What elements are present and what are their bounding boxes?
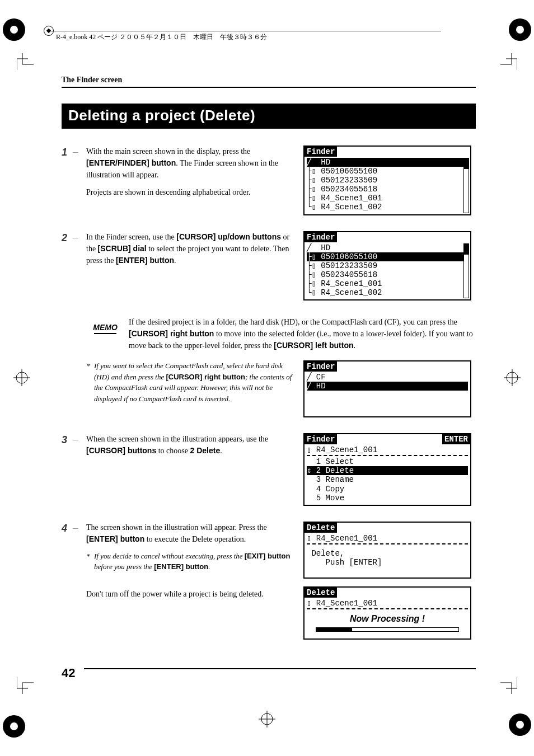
scrollbar-icon	[463, 158, 469, 213]
crop-mark-top-left	[0, 16, 28, 44]
memo-icon: MEMO	[90, 316, 121, 351]
step-3-text: When the screen shown in the illustratio…	[86, 433, 293, 457]
memo-block: MEMO If the desired project is in a fold…	[90, 316, 476, 351]
crop-mark-left-center	[13, 369, 30, 386]
lcd-menu: FinderENTER ▯ R4_Scene1_001 1 Select ⇕ 2…	[303, 433, 471, 506]
step-number: 2	[62, 231, 76, 304]
note-cf: . If you want to select the CompactFlash…	[62, 360, 476, 421]
scrollbar-icon	[463, 243, 469, 299]
crop-bracket-bl	[17, 677, 34, 694]
step-4-text-1: The screen shown in the illustration wil…	[86, 522, 293, 545]
step-1: 1 With the main screen shown in the disp…	[62, 145, 476, 219]
step-2-text: In the Finder screen, use the [CURSOR] u…	[86, 231, 293, 266]
footer-rule	[84, 668, 476, 669]
page-title: Deleting a project (Delete)	[62, 104, 476, 129]
step-4: 4 The screen shown in the illustration w…	[62, 522, 476, 643]
lcd-finder-1: Finder ╱ HD ├▯ 050106055100 ├▯ 050123233…	[303, 145, 471, 215]
step-4-text-2: Don't turn off the power while a project…	[86, 588, 293, 600]
lcd-delete-confirm: Delete ▯ R4_Scene1_001 Delete, Push [ENT…	[303, 522, 471, 579]
crop-mark-bottom-right	[506, 711, 534, 739]
step-4-note: If you decide to cancel without executin…	[86, 551, 293, 572]
crop-mark-bottom-left	[0, 712, 28, 740]
crop-bracket-tl	[17, 53, 34, 70]
running-header: R-4_e.book 42 ページ ２００５年２月１０日 木曜日 午後３時３６分	[56, 32, 267, 42]
step-1-text-1: With the main screen shown in the displa…	[86, 145, 293, 181]
step-1-text-2: Projects are shown in descending alphabe…	[86, 186, 293, 198]
lcd-finder-2: Finder ╱ HD ├▯ 050106055100 ├▯ 050123233…	[303, 231, 471, 301]
step-number: 3	[62, 433, 76, 509]
crop-mark-bottom-center	[259, 711, 275, 727]
section-rule	[62, 87, 476, 88]
lcd-finder-cf: Finder ╱ CF ╱ HD	[303, 360, 471, 417]
crop-bracket-br	[500, 677, 517, 694]
lcd-delete-progress: Delete ▯ R4_Scene1_001 Now Processing !	[303, 586, 471, 640]
section-label: The Finder screen	[62, 76, 476, 84]
svg-point-5	[10, 722, 18, 730]
step-3: 3 When the screen shown in the illustrat…	[62, 433, 476, 509]
step-number: 1	[62, 145, 76, 219]
svg-point-3	[516, 26, 524, 34]
page-number: 42	[62, 666, 75, 680]
crop-mark-right-center	[504, 369, 521, 386]
crop-mark-top-right	[506, 16, 534, 44]
note-cf-text: If you want to select the CompactFlash c…	[86, 360, 293, 404]
progress-bar-icon	[316, 627, 459, 632]
crop-bracket-tr	[500, 53, 517, 70]
svg-point-7	[516, 721, 524, 729]
step-number: 4	[62, 522, 76, 643]
svg-point-1	[10, 26, 18, 34]
header-rule	[49, 31, 441, 31]
memo-text: If the desired project is in a folder, t…	[129, 316, 476, 351]
step-2: 2 In the Finder screen, use the [CURSOR]…	[62, 231, 476, 304]
